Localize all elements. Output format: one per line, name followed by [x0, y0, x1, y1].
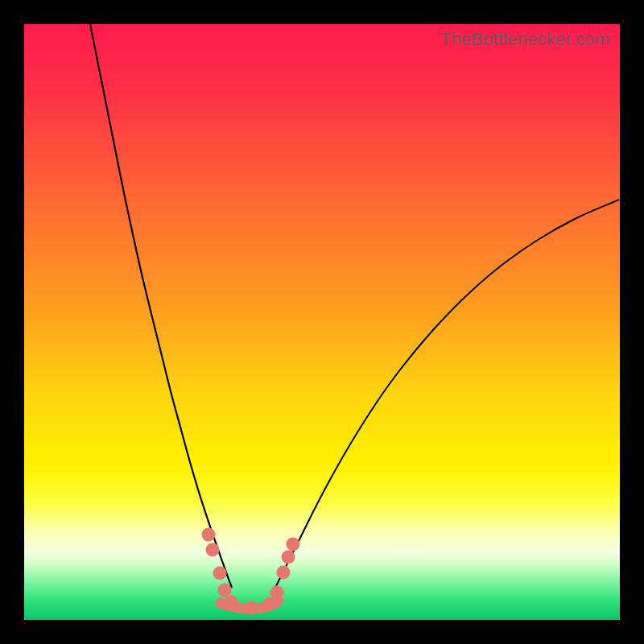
data-marker [245, 601, 258, 615]
chart-curves [24, 24, 620, 620]
plot-area: TheBottlenecker.com [24, 24, 620, 620]
data-marker [206, 543, 220, 557]
chart-frame: TheBottlenecker.com [0, 0, 644, 644]
data-marker [282, 551, 295, 564]
data-marker [213, 567, 227, 580]
data-marker [225, 596, 238, 609]
data-marker [270, 586, 284, 600]
series-left-curve [90, 24, 232, 588]
data-marker [263, 597, 277, 611]
data-marker [218, 584, 232, 597]
series-right-curve [275, 200, 619, 588]
data-marker [287, 538, 300, 551]
data-marker [202, 528, 216, 542]
data-marker [277, 566, 291, 580]
watermark-text: TheBottlenecker.com [441, 29, 610, 50]
